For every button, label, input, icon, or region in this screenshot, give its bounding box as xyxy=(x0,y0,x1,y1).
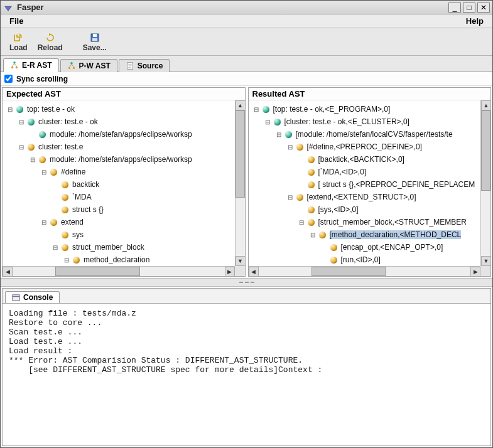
expand-handle[interactable]: ⊟ xyxy=(40,168,48,176)
node-bullet-icon xyxy=(308,219,315,226)
scroll-left-icon[interactable]: ◀ xyxy=(3,267,13,276)
sync-scrolling-checkbox[interactable] xyxy=(4,75,13,83)
app-window: Fasper _ □ ✕ File Help Load Relo xyxy=(0,0,493,448)
scroll-right-icon[interactable]: ▶ xyxy=(470,267,480,276)
expand-handle[interactable]: ⊟ xyxy=(6,105,14,113)
expand-handle[interactable]: ⊟ xyxy=(63,256,70,264)
scroll-corner xyxy=(480,266,490,276)
save-button[interactable]: Save... xyxy=(78,31,112,53)
tree-icon xyxy=(10,61,19,70)
resulted-ast-pane: Resulted AST ⊟[top: test.e - ok,<E_PROGR… xyxy=(248,87,492,277)
console-pane: Console Loading file : tests/mda.z Resto… xyxy=(2,288,491,446)
reload-button[interactable]: Reload xyxy=(33,31,68,53)
tree-node[interactable]: [run,<ID>,0] xyxy=(341,255,381,264)
node-bullet-icon xyxy=(50,219,57,226)
tree-node[interactable]: [`MDA,<ID>,0] xyxy=(318,168,367,176)
node-bullet-icon xyxy=(28,144,35,151)
expand-handle[interactable]: ⊟ xyxy=(18,118,25,125)
trees-split: Expected AST ⊟top: test.e - ok ⊟cluster:… xyxy=(1,86,492,278)
tab-er-ast[interactable]: E-R AST xyxy=(3,58,59,72)
tab-source[interactable]: Source xyxy=(119,59,170,72)
console-output[interactable]: Loading file : tests/mda.z Restore to co… xyxy=(3,304,490,445)
tree-node[interactable]: [extend,<EXTEND_STRUCT>,0] xyxy=(307,193,416,201)
tree-node[interactable]: [top: test.e - ok,<E_PROGRAM>,0] xyxy=(273,105,391,114)
tree-node[interactable]: cluster: test.e - ok xyxy=(38,117,98,126)
node-bullet-icon xyxy=(62,244,68,251)
scroll-left-icon[interactable]: ◀ xyxy=(249,267,259,276)
tree-node[interactable]: [module: /home/stefan/localCVS/fasper/te… xyxy=(296,130,453,139)
menu-help[interactable]: Help xyxy=(461,15,489,27)
scroll-right-icon[interactable]: ▶ xyxy=(225,267,235,276)
tree-node[interactable]: [backtick,<BACKTICK>,0] xyxy=(318,155,404,164)
svg-point-6 xyxy=(13,61,16,64)
sync-scrolling-row: Sync scrolling xyxy=(1,72,492,86)
expand-handle[interactable]: ⊟ xyxy=(275,131,283,138)
svg-point-10 xyxy=(68,67,70,70)
expand-handle[interactable]: ⊟ xyxy=(51,243,59,251)
expand-handle[interactable]: ⊟ xyxy=(40,218,48,226)
tree-node[interactable]: [sys,<ID>,0] xyxy=(318,205,359,214)
scroll-up-icon[interactable]: ▲ xyxy=(481,100,490,110)
tree-node[interactable]: struct s {} xyxy=(72,205,104,214)
console-tab[interactable]: Console xyxy=(5,291,60,303)
resulted-ast-tree[interactable]: ⊟[top: test.e - ok,<E_PROGRAM>,0] ⊟[clus… xyxy=(249,100,491,276)
window-title: Fasper xyxy=(14,3,448,12)
load-button[interactable]: Load xyxy=(4,31,33,53)
tree-node[interactable]: top: test.e - ok xyxy=(27,105,75,114)
node-bullet-icon xyxy=(263,106,269,113)
expand-handle[interactable]: ⊟ xyxy=(309,231,317,238)
horizontal-splitter[interactable] xyxy=(1,278,492,287)
toolbar: Load Reload Save... xyxy=(1,28,492,56)
tree-node-selected[interactable]: [method_declaration,<METHOD_DECL xyxy=(330,230,462,239)
tree-node[interactable]: backtick xyxy=(72,180,99,189)
svg-point-9 xyxy=(70,62,73,65)
console-icon xyxy=(12,294,20,302)
tab-pw-ast[interactable]: P-W AST xyxy=(60,59,117,72)
minimize-button[interactable]: _ xyxy=(448,3,461,13)
node-bullet-icon xyxy=(308,169,315,176)
tree-node[interactable]: extend xyxy=(61,218,84,227)
tree-node[interactable]: module: /home/stefan/apps/eclipse/worksp xyxy=(50,130,192,139)
expected-ast-tree[interactable]: ⊟top: test.e - ok ⊟cluster: test.e - ok … xyxy=(3,100,245,276)
tree-node[interactable]: cluster: test.e xyxy=(38,142,83,151)
scroll-up-icon[interactable]: ▲ xyxy=(236,100,245,110)
svg-marker-2 xyxy=(49,33,51,36)
tree-node[interactable]: struct_member_block xyxy=(72,243,144,252)
tree-node[interactable]: sys xyxy=(72,230,84,239)
node-bullet-icon xyxy=(39,131,46,138)
tree-node[interactable]: [encap_opt,<ENCAP_OPT>,0] xyxy=(341,243,443,252)
scroll-down-icon[interactable]: ▼ xyxy=(481,256,490,266)
horizontal-scrollbar[interactable]: ◀ ▶ xyxy=(3,266,235,276)
expand-handle[interactable]: ⊟ xyxy=(286,143,294,151)
node-bullet-icon xyxy=(330,257,337,264)
expand-handle[interactable]: ⊟ xyxy=(252,105,260,113)
maximize-button[interactable]: □ xyxy=(463,3,475,13)
tree-node[interactable]: [cluster: test.e - ok,<E_CLUSTER>,0] xyxy=(284,117,409,126)
expand-handle[interactable]: ⊟ xyxy=(286,193,294,201)
expand-handle[interactable]: ⊟ xyxy=(264,118,271,125)
menu-file[interactable]: File xyxy=(4,15,28,27)
document-icon xyxy=(126,61,134,70)
expected-ast-title: Expected AST xyxy=(3,88,245,100)
expand-handle[interactable]: ⊟ xyxy=(29,156,36,163)
tree-node[interactable]: module: /home/stefan/apps/eclipse/worksp xyxy=(50,155,192,164)
svg-marker-1 xyxy=(19,33,22,36)
tree-node[interactable]: `MDA xyxy=(72,193,92,201)
tree-node[interactable]: [#define,<PREPROC_DEFINE>,0] xyxy=(307,142,422,151)
vertical-scrollbar[interactable]: ▲ ▼ xyxy=(480,100,490,266)
tree-node[interactable]: method_declaration xyxy=(84,255,149,264)
view-tabs: E-R AST P-W AST Source xyxy=(1,56,492,72)
horizontal-scrollbar[interactable]: ◀ ▶ xyxy=(249,266,481,276)
expand-handle[interactable]: ⊟ xyxy=(298,218,305,226)
expand-handle[interactable]: ⊟ xyxy=(18,143,25,151)
sync-scrolling-label: Sync scrolling xyxy=(16,75,68,83)
tree-node[interactable]: #define xyxy=(61,168,85,176)
node-bullet-icon xyxy=(28,119,35,125)
vertical-scrollbar[interactable]: ▲ ▼ xyxy=(235,100,245,266)
tree-node[interactable]: [struct_member_block,<STRUCT_MEMBER xyxy=(318,218,467,227)
node-bullet-icon xyxy=(285,131,292,138)
save-icon xyxy=(90,32,100,43)
close-button[interactable]: ✕ xyxy=(477,3,490,13)
scroll-down-icon[interactable]: ▼ xyxy=(236,256,245,266)
tree-node[interactable]: [ struct s {},<PREPROC_DEFINE_REPLACEM xyxy=(318,180,475,189)
